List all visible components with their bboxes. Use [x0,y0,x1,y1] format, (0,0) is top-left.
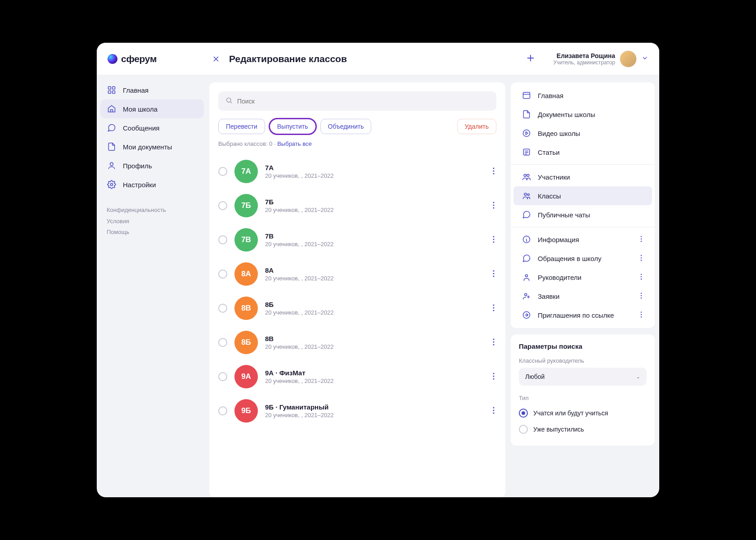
sidebar-item-label: Моя школа [123,105,158,113]
class-row[interactable]: 8А8А20 учеников, , 2021–2022 [218,257,496,291]
right-nav-item[interactable]: Информация [513,230,652,249]
right-nav-label: Приглашения по ссылке [538,311,614,319]
content-card: Перевести Выпустить Объединить Удалить В… [209,82,505,497]
user-icon [107,161,117,171]
svg-point-16 [493,270,494,271]
row-checkbox[interactable] [218,338,227,347]
class-row[interactable]: 7А7А20 учеников, , 2021–2022 [218,154,496,189]
info-icon [522,234,531,244]
more-icon[interactable] [491,270,496,279]
row-checkbox[interactable] [218,167,227,176]
more-icon[interactable] [639,236,644,243]
more-icon[interactable] [491,202,496,210]
select-all-link[interactable]: Выбрать все [277,140,311,147]
right-nav-item[interactable]: Классы [513,186,652,205]
brand-logo[interactable]: сферум [108,54,211,64]
row-checkbox[interactable] [218,372,227,381]
svg-point-34 [524,174,526,176]
class-title: 8Б [265,301,484,308]
row-checkbox[interactable] [218,201,227,210]
class-row[interactable]: 8Б8В20 учеников, , 2021–2022 [218,325,496,360]
type-option[interactable]: Учатся или будут учиться [519,405,647,421]
right-nav-label: Главная [538,92,563,99]
teacher-select[interactable]: Любой ⌄ [519,368,647,386]
merge-button[interactable]: Объединить [320,119,372,134]
svg-point-24 [493,344,494,345]
more-icon[interactable] [639,274,644,281]
release-button[interactable]: Выпустить [270,119,316,134]
row-checkbox[interactable] [218,235,227,244]
class-badge: 8В [234,297,258,320]
svg-point-45 [526,274,528,277]
request-icon [522,291,531,301]
row-checkbox[interactable] [218,406,227,415]
class-badge: 8Б [234,331,258,354]
svg-point-32 [523,130,530,137]
right-column: ГлавнаяДокументы школыВидео школыСтатьиУ… [511,82,655,497]
right-nav-item[interactable]: Руководители [513,268,652,287]
sidebar-item-my-documents[interactable]: Мои документы [100,137,204,156]
right-nav-item[interactable]: Участники [513,167,652,186]
svg-point-10 [493,202,494,203]
link-help[interactable]: Помощь [107,229,129,235]
class-row[interactable]: 8В8Б20 учеников, , 2021–2022 [218,291,496,325]
sidebar-item-messages[interactable]: Сообщения [100,118,204,137]
right-nav-item[interactable]: Видео школы [513,124,652,143]
svg-point-22 [493,338,494,340]
class-subtitle: 20 учеников, , 2021–2022 [265,378,484,384]
svg-point-54 [641,311,642,313]
leader-icon [522,272,531,282]
article-icon [522,147,531,157]
link-privacy[interactable]: Конфиденциальность [107,207,166,213]
sidebar-item-my-school[interactable]: Моя школа [100,99,204,118]
sidebar-item-profile[interactable]: Профиль [100,156,204,175]
more-icon[interactable] [491,167,496,176]
transfer-button[interactable]: Перевести [218,119,265,134]
more-icon[interactable] [639,311,644,319]
type-option[interactable]: Уже выпустились [519,421,647,437]
more-icon[interactable] [491,373,496,381]
class-title: 8А [265,266,484,274]
right-nav-item[interactable]: Заявки [513,287,652,306]
search-input[interactable] [237,98,489,105]
more-icon[interactable] [491,236,496,244]
user-menu[interactable]: Елизавета Рощина Учитель, администратор [554,50,648,68]
svg-point-23 [493,341,494,342]
sidebar-item-home[interactable]: Главная [100,81,204,99]
params-title: Параметры поиска [519,342,647,350]
class-row[interactable]: 7В7В20 учеников, , 2021–2022 [218,223,496,257]
radio-icon [519,425,528,434]
close-icon[interactable] [211,54,221,64]
svg-point-12 [493,207,494,208]
search-bar[interactable] [218,91,496,111]
class-title: 8В [265,335,484,342]
link-terms[interactable]: Условия [107,218,129,225]
more-icon[interactable] [491,338,496,347]
right-nav-item[interactable]: Статьи [513,143,652,162]
more-icon[interactable] [491,304,496,313]
selection-info: Выбрано классов: 0 · Выбрать все [218,140,496,147]
right-nav-item[interactable]: Приглашения по ссылке [513,306,652,324]
svg-point-14 [493,238,494,240]
more-icon[interactable] [491,407,496,415]
class-row[interactable]: 7Б7Б20 учеников, , 2021–2022 [218,189,496,223]
delete-button[interactable]: Удалить [457,119,496,134]
right-nav-item[interactable]: Документы школы [513,105,652,124]
avatar [620,50,637,68]
class-row[interactable]: 9А9А · ФизМат20 учеников, , 2021–2022 [218,360,496,394]
sidebar-item-label: Сообщения [123,124,159,132]
row-checkbox[interactable] [218,304,227,313]
right-nav-item[interactable]: Обращения в школу [513,249,652,268]
more-icon[interactable] [639,255,644,262]
row-checkbox[interactable] [218,270,227,279]
class-row[interactable]: 9Б9Б · Гуманитарный20 учеников, , 2021–2… [218,394,496,428]
more-icon[interactable] [639,292,644,300]
class-badge: 7А [234,160,258,183]
sidebar-left: Главная Моя школа Сообщения Мои документ… [97,75,209,497]
add-icon[interactable] [526,53,536,64]
chevron-down-icon[interactable] [641,54,648,63]
right-nav-item[interactable]: Главная [513,86,652,105]
sidebar-item-settings[interactable]: Настройки [100,175,204,194]
right-nav-item[interactable]: Публичные чаты [513,205,652,224]
svg-point-42 [641,255,642,256]
